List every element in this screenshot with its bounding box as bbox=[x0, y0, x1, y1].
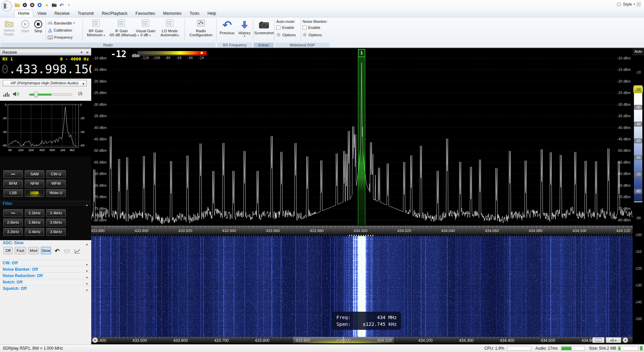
style-menu[interactable]: Style ▾ bbox=[616, 2, 641, 7]
mode-button-NFM[interactable]: NFM bbox=[25, 180, 44, 187]
screenshot-button[interactable]: Screenshot bbox=[254, 19, 274, 35]
stop-icon[interactable] bbox=[30, 3, 35, 8]
frequency-button[interactable]: Frequency bbox=[48, 34, 72, 40]
rf-gain-button[interactable]: RF Gain Minimum ▾ bbox=[84, 19, 108, 37]
frequency-display[interactable]: RX 1 0 - 4000 Hz 0.433.998.150 bbox=[0, 55, 91, 79]
agc-preset-icon[interactable] bbox=[64, 249, 70, 253]
volume-slider[interactable] bbox=[29, 93, 72, 96]
rx-marker-tab[interactable]: 1 bbox=[358, 49, 365, 57]
palette-auto-button[interactable]: Auto bbox=[633, 48, 644, 55]
filter-button-2.2kHz[interactable]: 2.2kHz bbox=[25, 209, 44, 217]
tab-home[interactable]: Home bbox=[14, 10, 33, 17]
dsp-section-notch[interactable]: Notch: Off▼ bbox=[0, 279, 91, 285]
navbar-scroll-right-button[interactable]: » bbox=[623, 337, 628, 343]
select-radio-button[interactable]: Select Radio bbox=[1, 19, 17, 36]
agc-button-med[interactable]: Med bbox=[28, 247, 39, 254]
navbar-scroll-left-button[interactable]: « bbox=[92, 337, 98, 343]
mode-button-SAM[interactable]: SAM bbox=[25, 170, 44, 178]
tuned-frequency-value[interactable]: 0.433.998.150 bbox=[1, 62, 90, 76]
dsp-section-noise-blanker[interactable]: Noise Blanker: Off▼ bbox=[0, 266, 91, 272]
receive-panel-header[interactable]: Receive ▼ ✕ bbox=[0, 50, 91, 55]
mode-button-WideU[interactable]: Wide-U bbox=[46, 189, 66, 197]
panel-collapse-caret-icon[interactable]: ▼ bbox=[80, 50, 83, 55]
filter-button-2.8kHz[interactable]: 2.8kHz bbox=[25, 219, 44, 226]
tab-transmit[interactable]: Transmit bbox=[73, 10, 98, 17]
filter-button-3.6kHz[interactable]: 3.6kHz bbox=[46, 228, 66, 236]
speaker-icon[interactable] bbox=[13, 91, 20, 97]
agc-graph-icon[interactable] bbox=[74, 249, 80, 254]
previous-button[interactable]: ↶ Previous bbox=[218, 19, 236, 35]
add-icon[interactable] bbox=[37, 3, 42, 8]
navbar-zoom-button[interactable]: x5 ▸ bbox=[606, 337, 621, 343]
mode-button-CWU[interactable]: CW-U bbox=[46, 170, 66, 178]
rx-tuning-band[interactable] bbox=[358, 57, 365, 225]
radio-configuration-button[interactable]: Radio Configuration bbox=[186, 19, 215, 37]
favourite-star-icon[interactable]: ★ bbox=[44, 3, 49, 8]
mode-button-WFM[interactable]: WFM bbox=[46, 180, 66, 187]
style-label[interactable]: Style bbox=[623, 2, 632, 7]
history-button[interactable]: History ▾ bbox=[237, 19, 252, 38]
dsp-section-caret-icon[interactable]: ▼ bbox=[86, 288, 88, 294]
filter-collapse-icon[interactable]: ▲ bbox=[86, 203, 88, 208]
volume-slider-thumb[interactable] bbox=[34, 92, 38, 97]
style-caret-icon[interactable]: ▾ bbox=[634, 3, 635, 6]
camera-icon[interactable] bbox=[52, 3, 57, 8]
calibration-button[interactable]: Calibration bbox=[48, 27, 72, 33]
filter-button-3.0kHz[interactable]: 3.0kHz bbox=[46, 219, 66, 226]
tab-help[interactable]: Help bbox=[203, 10, 220, 17]
filter-section-header[interactable]: Filter ▲ bbox=[0, 201, 91, 206]
tab-tools[interactable]: Tools bbox=[185, 10, 203, 17]
navbar-keyboard-button[interactable] bbox=[592, 337, 604, 343]
audio-spectrum-plot[interactable] bbox=[8, 104, 79, 147]
spectrum-frequency-axis[interactable]: 433.880433.900433.920433.940433.960433.9… bbox=[91, 226, 633, 234]
noise-blanker-enable-checkbox[interactable]: Enable bbox=[303, 26, 329, 30]
auto-mute-options-button[interactable]: Options bbox=[276, 33, 300, 37]
undo-icon[interactable]: ↶ bbox=[59, 3, 64, 8]
agc-section-header[interactable]: AGC: Slow ▲ bbox=[0, 240, 91, 246]
checkbox-icon[interactable] bbox=[303, 26, 307, 30]
agc-button-fast[interactable]: Fast bbox=[15, 247, 26, 254]
palette-scale[interactable]: -120-100-80-60-40-20 bbox=[138, 50, 207, 60]
tab-receive[interactable]: Receive bbox=[50, 10, 73, 17]
auto-mute-enable-checkbox[interactable]: Enable bbox=[276, 26, 300, 30]
open-folder-icon[interactable] bbox=[15, 3, 20, 8]
mode-button-BFM[interactable]: BFM bbox=[3, 180, 23, 187]
noise-blanker-options-button[interactable]: Options bbox=[303, 33, 329, 37]
dsp-section-noise-reduction[interactable]: Noise Reduction: Off▼ bbox=[0, 272, 91, 279]
tab-rec-playback[interactable]: Rec/Playback bbox=[98, 10, 131, 17]
tab-favourites[interactable]: Favourites bbox=[131, 10, 159, 17]
checkbox-icon[interactable] bbox=[276, 26, 280, 30]
filter-button-3.4kHz[interactable]: 3.4kHz bbox=[25, 228, 44, 236]
filter-button-[interactable]: ••• bbox=[3, 209, 23, 217]
stop-button[interactable]: Stop bbox=[32, 19, 44, 33]
panel-close-icon[interactable]: ✕ bbox=[86, 50, 89, 55]
waterfall-palette-scale[interactable]: Auto -20 -10-30-40-50-60-70-80-90-100-11… bbox=[633, 48, 644, 344]
play-icon[interactable] bbox=[22, 3, 27, 8]
agc-undo-icon[interactable]: ↶ bbox=[55, 248, 59, 255]
agc-button-off[interactable]: Off bbox=[3, 247, 13, 254]
bandwidth-button[interactable]: Bandwidth ▾ bbox=[48, 20, 75, 26]
filter-button-3.2kHz[interactable]: 3.2kHz bbox=[3, 228, 23, 236]
application-menu-button[interactable] bbox=[1, 1, 12, 11]
agc-collapse-icon[interactable]: ▲ bbox=[86, 242, 88, 247]
palette-marker-dot[interactable] bbox=[201, 52, 203, 54]
band-navigation-bar[interactable]: 433.400433.500433.600433.700433.800433.9… bbox=[91, 337, 633, 343]
menu-icon[interactable] bbox=[637, 2, 641, 6]
if-gain-button[interactable]: IF Gain -55 dB (Manual) ▾ bbox=[109, 19, 134, 37]
filter-button-2.6kHz[interactable]: 2.6kHz bbox=[3, 219, 23, 226]
mode-button-[interactable]: ••• bbox=[3, 170, 23, 178]
mode-button-LSB[interactable]: LSB bbox=[3, 189, 23, 197]
visual-gain-button[interactable]: Visual Gain 0 dB ▾ bbox=[135, 19, 156, 37]
audio-device-select[interactable]: HP (Périphérique High Definition Audio) … bbox=[3, 80, 87, 86]
start-button[interactable]: Start bbox=[19, 19, 32, 33]
tab-view[interactable]: View bbox=[33, 10, 50, 17]
qat-dropdown-caret-icon[interactable]: ▾ bbox=[66, 3, 71, 8]
mode-button-USB[interactable]: USB bbox=[25, 189, 44, 197]
dsp-section-cw[interactable]: CW: Off▼ bbox=[0, 260, 91, 266]
filter-button-2.4kHz[interactable]: 2.4kHz bbox=[46, 209, 66, 217]
lo-mode-button[interactable]: LO Mode Automatic▾ bbox=[158, 19, 182, 37]
tab-memories[interactable]: Memories bbox=[159, 10, 185, 17]
agc-button-slow[interactable]: Slow bbox=[41, 247, 51, 254]
dsp-section-squelch[interactable]: Squelch: Off▼ bbox=[0, 285, 91, 292]
equalizer-icon[interactable] bbox=[3, 92, 10, 97]
